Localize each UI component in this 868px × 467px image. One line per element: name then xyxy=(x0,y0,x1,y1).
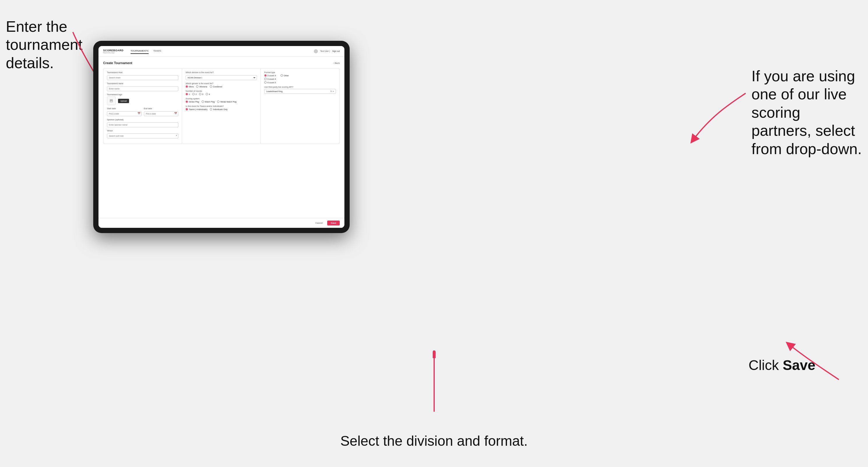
teams-radio-group: Teams (+Individuals) Individuals Only xyxy=(186,108,257,111)
rounds-3[interactable]: 3 xyxy=(199,93,204,95)
teams-individuals-radio[interactable] xyxy=(210,108,212,111)
end-date-wrap: 📅 xyxy=(144,111,179,116)
format-other-label: Other xyxy=(284,74,289,76)
teams-label: Is this event for Teams and/or Individua… xyxy=(186,105,257,107)
calendar-icon-start: 📅 xyxy=(137,112,141,115)
rounds-4-label: 4 xyxy=(209,93,210,95)
gender-combined[interactable]: Combined xyxy=(210,85,222,88)
back-button[interactable]: ‹ Back xyxy=(333,62,340,64)
annotation-save-bold: Save xyxy=(783,357,815,373)
form-grid: Tournament Host Tournament name Tourname… xyxy=(103,68,340,144)
rounds-4[interactable]: 4 xyxy=(206,93,210,95)
gender-womens[interactable]: Womens xyxy=(196,85,208,88)
rounds-1-label: 1 xyxy=(189,93,190,95)
division-select[interactable]: NCAA Division I xyxy=(186,75,257,80)
format-6count5[interactable]: 6 count 5 xyxy=(264,81,276,84)
start-date-field: Start date 📅 xyxy=(107,107,142,116)
avatar xyxy=(314,49,318,53)
annotation-top-right: If you are using one of our live scoring… xyxy=(751,67,862,158)
annotation-top-right-text: If you are using one of our live scoring… xyxy=(751,68,862,157)
sponsor-field: Sponsor (optional) xyxy=(107,119,178,127)
teams-plus-radio[interactable] xyxy=(186,108,188,111)
live-scoring-select[interactable]: Leaderboard King ✕ ▾ xyxy=(264,89,336,94)
format-other-radio[interactable] xyxy=(281,74,283,76)
format-5count4[interactable]: 5 count 4 xyxy=(264,74,276,76)
format-type-field: Format type 5 count 4 Other xyxy=(264,71,336,84)
sponsor-input[interactable] xyxy=(107,122,178,127)
form-col-2: Which division is the event for? NCAA Di… xyxy=(182,68,261,144)
upload-button[interactable]: Upload xyxy=(118,99,129,103)
rounds-1[interactable]: 1 xyxy=(186,93,190,95)
gender-mens[interactable]: Mens xyxy=(186,85,194,88)
gender-womens-radio[interactable] xyxy=(196,85,198,88)
scoring-match[interactable]: Match Play xyxy=(202,100,215,103)
scoring-match-radio[interactable] xyxy=(202,100,204,103)
tournament-name-field: Tournament name xyxy=(107,83,178,91)
app-logo: SCOREBOARD Powered by clippi xyxy=(103,49,124,54)
rounds-4-radio[interactable] xyxy=(206,93,208,95)
teams-field: Is this event for Teams and/or Individua… xyxy=(186,105,257,111)
calendar-icon-end: 📅 xyxy=(174,112,177,115)
navigation-bar: SCOREBOARD Powered by clippi TOURNAMENTS… xyxy=(98,46,344,57)
nav-user-area: Test User | Sign out xyxy=(314,49,340,53)
live-scoring-dropdown-icon[interactable]: ▾ xyxy=(333,90,334,93)
annotation-top-left: Enter the tournament details. xyxy=(6,18,87,72)
teams-plus-label: Teams (+Individuals) xyxy=(189,108,208,111)
live-scoring-value: Leaderboard King xyxy=(266,90,330,92)
format-6count5-radio[interactable] xyxy=(264,81,267,84)
start-date-input[interactable] xyxy=(107,111,142,116)
scoring-medal-match[interactable]: Medal Match Play xyxy=(217,100,237,103)
tournament-name-input[interactable] xyxy=(107,86,178,91)
scoring-medal-match-radio[interactable] xyxy=(217,100,219,103)
format-6count4-radio[interactable] xyxy=(264,78,267,80)
scoring-stroke[interactable]: Stroke Play xyxy=(186,100,199,103)
venue-select-wrap: ▾ xyxy=(107,132,178,138)
end-date-label: End date xyxy=(144,107,179,110)
rounds-1-radio[interactable] xyxy=(186,93,188,95)
annotation-click-text: Click xyxy=(748,357,783,373)
logo-upload-area: Upload xyxy=(107,96,178,105)
scoring-stroke-label: Stroke Play xyxy=(189,101,199,103)
gender-mens-radio[interactable] xyxy=(186,85,188,88)
teams-individuals-only[interactable]: Individuals Only xyxy=(210,108,227,111)
nav-sign-out[interactable]: Sign out xyxy=(332,50,340,52)
annotation-bottom-center: Select the division and format. xyxy=(332,433,536,449)
end-date-input[interactable] xyxy=(144,111,179,116)
gender-combined-radio[interactable] xyxy=(210,85,212,88)
tab-tournaments[interactable]: TOURNAMENTS xyxy=(130,49,149,54)
division-label: Which division is the event for? xyxy=(186,71,257,73)
arrow-bottom-center xyxy=(433,350,436,414)
scoring-field: Scoring system Stroke Play Match Play xyxy=(186,98,257,103)
save-button[interactable]: Save xyxy=(327,221,340,225)
gender-mens-label: Mens xyxy=(189,86,194,88)
format-other[interactable]: Other xyxy=(281,74,289,76)
scoring-stroke-radio[interactable] xyxy=(186,100,188,103)
page-header: Create Tournament ‹ Back xyxy=(103,61,340,65)
date-field: Start date 📅 End date 📅 xyxy=(107,107,178,116)
teams-plus-individuals[interactable]: Teams (+Individuals) xyxy=(186,108,208,111)
venue-dropdown-icon: ▾ xyxy=(176,134,177,137)
tournament-host-input[interactable] xyxy=(107,75,178,80)
format-row-3: 6 count 5 xyxy=(264,81,336,84)
gender-field: Which gender is the event for? Mens Wome… xyxy=(186,83,257,88)
sponsor-label: Sponsor (optional) xyxy=(107,119,178,121)
annotation-top-left-text: Enter the tournament details. xyxy=(6,18,83,71)
tab-teams[interactable]: TEAMS xyxy=(153,49,161,54)
live-scoring-clear-icon[interactable]: ✕ xyxy=(330,90,332,93)
format-5count4-radio[interactable] xyxy=(264,74,267,76)
arrow-top-right xyxy=(664,87,751,146)
venue-input[interactable] xyxy=(107,133,178,138)
cancel-button[interactable]: Cancel xyxy=(313,221,325,225)
format-type-options: 5 count 4 Other 6 count 4 xyxy=(264,74,336,84)
rounds-3-radio[interactable] xyxy=(199,93,202,95)
format-6count4[interactable]: 6 count 4 xyxy=(264,78,276,80)
logo-title: SCOREBOARD xyxy=(103,49,124,52)
format-row-1: 5 count 4 Other xyxy=(264,74,336,76)
tournament-name-label: Tournament name xyxy=(107,83,178,85)
gender-label: Which gender is the event for? xyxy=(186,83,257,85)
rounds-2-radio[interactable] xyxy=(192,93,195,95)
rounds-radio-group: 1 2 3 4 xyxy=(186,93,257,95)
start-date-wrap: 📅 xyxy=(107,111,142,116)
scoring-match-label: Match Play xyxy=(205,101,215,103)
rounds-2[interactable]: 2 xyxy=(192,93,197,95)
